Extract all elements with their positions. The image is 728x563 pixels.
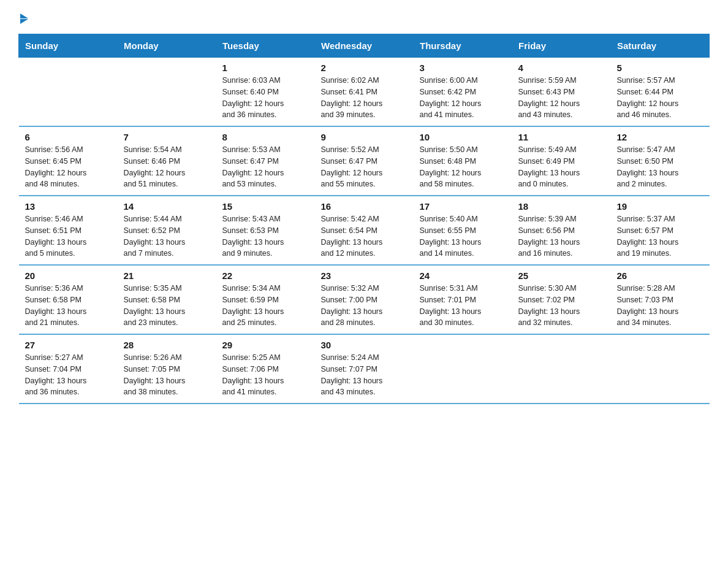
header-tuesday: Tuesday: [216, 34, 315, 58]
day-info: Sunrise: 6:03 AM Sunset: 6:40 PM Dayligh…: [222, 75, 309, 121]
day-number: 1: [222, 63, 309, 73]
calendar-week-row: 20Sunrise: 5:36 AM Sunset: 6:58 PM Dayli…: [19, 265, 710, 334]
day-number: 16: [321, 201, 408, 212]
day-number: 12: [617, 132, 703, 142]
calendar-cell: 13Sunrise: 5:46 AM Sunset: 6:51 PM Dayli…: [19, 196, 118, 265]
day-number: 4: [518, 63, 605, 73]
day-info: Sunrise: 5:50 AM Sunset: 6:48 PM Dayligh…: [420, 144, 506, 190]
calendar-cell: 20Sunrise: 5:36 AM Sunset: 6:58 PM Dayli…: [19, 265, 118, 334]
calendar-table: SundayMondayTuesdayWednesdayThursdayFrid…: [18, 34, 710, 404]
day-number: 3: [420, 63, 506, 73]
day-info: Sunrise: 5:53 AM Sunset: 6:47 PM Dayligh…: [222, 144, 309, 190]
calendar-cell: 11Sunrise: 5:49 AM Sunset: 6:49 PM Dayli…: [512, 126, 611, 196]
header-saturday: Saturday: [611, 34, 710, 58]
day-info: Sunrise: 5:32 AM Sunset: 7:00 PM Dayligh…: [321, 283, 408, 329]
calendar-cell: [19, 58, 118, 127]
day-info: Sunrise: 5:43 AM Sunset: 6:53 PM Dayligh…: [222, 213, 309, 259]
day-info: Sunrise: 5:52 AM Sunset: 6:47 PM Dayligh…: [321, 144, 408, 190]
calendar-cell: [512, 334, 611, 404]
day-info: Sunrise: 5:26 AM Sunset: 7:05 PM Dayligh…: [124, 352, 210, 398]
day-info: Sunrise: 5:47 AM Sunset: 6:50 PM Dayligh…: [617, 144, 703, 190]
calendar-cell: [611, 334, 710, 404]
calendar-cell: [118, 58, 216, 127]
day-info: Sunrise: 6:00 AM Sunset: 6:42 PM Dayligh…: [420, 75, 506, 121]
calendar-cell: 17Sunrise: 5:40 AM Sunset: 6:55 PM Dayli…: [414, 196, 512, 265]
calendar-cell: 19Sunrise: 5:37 AM Sunset: 6:57 PM Dayli…: [611, 196, 710, 265]
calendar-cell: 15Sunrise: 5:43 AM Sunset: 6:53 PM Dayli…: [216, 196, 315, 265]
calendar-cell: 29Sunrise: 5:25 AM Sunset: 7:06 PM Dayli…: [216, 334, 315, 404]
day-number: 20: [25, 270, 112, 281]
day-number: 7: [124, 132, 210, 142]
calendar-cell: 1Sunrise: 6:03 AM Sunset: 6:40 PM Daylig…: [216, 58, 315, 127]
calendar-cell: 28Sunrise: 5:26 AM Sunset: 7:05 PM Dayli…: [118, 334, 216, 404]
calendar-cell: 21Sunrise: 5:35 AM Sunset: 6:58 PM Dayli…: [118, 265, 216, 334]
day-info: Sunrise: 5:35 AM Sunset: 6:58 PM Dayligh…: [124, 283, 210, 329]
day-number: 6: [25, 132, 112, 142]
day-info: Sunrise: 5:56 AM Sunset: 6:45 PM Dayligh…: [25, 144, 112, 190]
day-info: Sunrise: 5:30 AM Sunset: 7:02 PM Dayligh…: [518, 283, 605, 329]
calendar-week-row: 13Sunrise: 5:46 AM Sunset: 6:51 PM Dayli…: [19, 196, 710, 265]
day-number: 10: [420, 132, 506, 142]
day-info: Sunrise: 5:39 AM Sunset: 6:56 PM Dayligh…: [518, 213, 605, 259]
calendar-cell: 4Sunrise: 5:59 AM Sunset: 6:43 PM Daylig…: [512, 58, 611, 127]
day-number: 19: [617, 201, 703, 212]
day-number: 11: [518, 132, 605, 142]
day-info: Sunrise: 5:28 AM Sunset: 7:03 PM Dayligh…: [617, 283, 703, 329]
calendar-cell: 16Sunrise: 5:42 AM Sunset: 6:54 PM Dayli…: [315, 196, 414, 265]
day-info: Sunrise: 5:44 AM Sunset: 6:52 PM Dayligh…: [124, 213, 210, 259]
day-number: 24: [420, 270, 506, 281]
day-info: Sunrise: 5:40 AM Sunset: 6:55 PM Dayligh…: [420, 213, 506, 259]
day-info: Sunrise: 5:42 AM Sunset: 6:54 PM Dayligh…: [321, 213, 408, 259]
calendar-cell: [414, 334, 512, 404]
calendar-cell: 18Sunrise: 5:39 AM Sunset: 6:56 PM Dayli…: [512, 196, 611, 265]
day-info: Sunrise: 5:34 AM Sunset: 6:59 PM Dayligh…: [222, 283, 309, 329]
day-number: 23: [321, 270, 408, 281]
calendar-cell: 22Sunrise: 5:34 AM Sunset: 6:59 PM Dayli…: [216, 265, 315, 334]
calendar-header-row: SundayMondayTuesdayWednesdayThursdayFrid…: [19, 34, 710, 58]
calendar-cell: 2Sunrise: 6:02 AM Sunset: 6:41 PM Daylig…: [315, 58, 414, 127]
logo: [18, 12, 28, 21]
day-number: 26: [617, 270, 703, 281]
day-number: 2: [321, 63, 408, 73]
header: [18, 12, 710, 21]
calendar-week-row: 6Sunrise: 5:56 AM Sunset: 6:45 PM Daylig…: [19, 126, 710, 196]
day-info: Sunrise: 5:27 AM Sunset: 7:04 PM Dayligh…: [25, 352, 112, 398]
header-thursday: Thursday: [414, 34, 512, 58]
day-number: 27: [25, 340, 112, 350]
calendar-cell: 7Sunrise: 5:54 AM Sunset: 6:46 PM Daylig…: [118, 126, 216, 196]
header-friday: Friday: [512, 34, 611, 58]
calendar-cell: 10Sunrise: 5:50 AM Sunset: 6:48 PM Dayli…: [414, 126, 512, 196]
day-info: Sunrise: 5:37 AM Sunset: 6:57 PM Dayligh…: [617, 213, 703, 259]
calendar-week-row: 27Sunrise: 5:27 AM Sunset: 7:04 PM Dayli…: [19, 334, 710, 404]
calendar-cell: 3Sunrise: 6:00 AM Sunset: 6:42 PM Daylig…: [414, 58, 512, 127]
day-number: 13: [25, 201, 112, 212]
day-info: Sunrise: 5:49 AM Sunset: 6:49 PM Dayligh…: [518, 144, 605, 190]
day-info: Sunrise: 5:54 AM Sunset: 6:46 PM Dayligh…: [124, 144, 210, 190]
calendar-cell: 14Sunrise: 5:44 AM Sunset: 6:52 PM Dayli…: [118, 196, 216, 265]
day-info: Sunrise: 5:24 AM Sunset: 7:07 PM Dayligh…: [321, 352, 408, 398]
calendar-cell: 9Sunrise: 5:52 AM Sunset: 6:47 PM Daylig…: [315, 126, 414, 196]
day-number: 22: [222, 270, 309, 281]
header-wednesday: Wednesday: [315, 34, 414, 58]
calendar-cell: 26Sunrise: 5:28 AM Sunset: 7:03 PM Dayli…: [611, 265, 710, 334]
calendar-cell: 8Sunrise: 5:53 AM Sunset: 6:47 PM Daylig…: [216, 126, 315, 196]
day-number: 29: [222, 340, 309, 350]
day-number: 18: [518, 201, 605, 212]
calendar-cell: 23Sunrise: 5:32 AM Sunset: 7:00 PM Dayli…: [315, 265, 414, 334]
day-number: 15: [222, 201, 309, 212]
day-number: 8: [222, 132, 309, 142]
calendar-cell: 30Sunrise: 5:24 AM Sunset: 7:07 PM Dayli…: [315, 334, 414, 404]
day-number: 28: [124, 340, 210, 350]
header-monday: Monday: [118, 34, 216, 58]
day-number: 25: [518, 270, 605, 281]
day-number: 14: [124, 201, 210, 212]
day-info: Sunrise: 5:36 AM Sunset: 6:58 PM Dayligh…: [25, 283, 112, 329]
day-number: 5: [617, 63, 703, 73]
day-number: 30: [321, 340, 408, 350]
header-sunday: Sunday: [19, 34, 118, 58]
day-number: 21: [124, 270, 210, 281]
calendar-cell: 5Sunrise: 5:57 AM Sunset: 6:44 PM Daylig…: [611, 58, 710, 127]
day-info: Sunrise: 5:31 AM Sunset: 7:01 PM Dayligh…: [420, 283, 506, 329]
day-info: Sunrise: 5:59 AM Sunset: 6:43 PM Dayligh…: [518, 75, 605, 121]
day-number: 9: [321, 132, 408, 142]
